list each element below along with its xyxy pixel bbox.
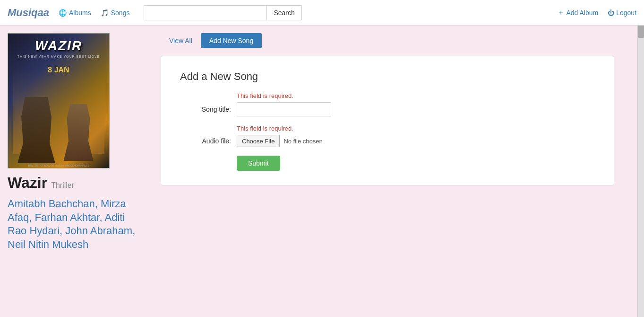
- left-panel: WAZIR THIS NEW YEAR MAKE YOUR BEST MOVE …: [0, 26, 151, 317]
- album-cast: Amitabh Bachchan, Mirza Afaq, Farhan Akh…: [8, 197, 144, 251]
- songs-link[interactable]: 🎵 Songs: [101, 9, 130, 17]
- search-input[interactable]: [144, 5, 266, 20]
- right-panel: View All Add New Song Add a New Song Thi…: [151, 26, 644, 317]
- audio-file-row: Audio file: Choose File No file chosen: [180, 135, 595, 147]
- error-indent-1: [180, 92, 237, 101]
- album-cover-subtitle: THIS NEW YEAR MAKE YOUR BEST MOVE: [8, 55, 109, 58]
- song-title-input[interactable]: [237, 102, 331, 116]
- search-button[interactable]: Search: [266, 5, 301, 20]
- choose-file-button[interactable]: Choose File: [237, 135, 280, 147]
- add-album-label: Add Album: [566, 9, 598, 17]
- album-cover-title: WAZIR: [8, 38, 109, 53]
- main-content: WAZIR THIS NEW YEAR MAKE YOUR BEST MOVE …: [0, 26, 644, 317]
- form-title: Add a New Song: [180, 70, 595, 83]
- add-song-form-card: Add a New Song This field is required. S…: [161, 56, 614, 185]
- tab-add-new-song[interactable]: Add New Song: [201, 33, 262, 48]
- song-title-error-row: This field is required.: [180, 92, 595, 101]
- album-genre: Thriller: [51, 181, 74, 190]
- album-title: Wazir: [8, 174, 47, 192]
- globe-icon: 🌐: [59, 9, 67, 17]
- audio-file-label: Audio file:: [180, 137, 237, 145]
- navbar-right: ＋ Add Album ⏻ Logout: [558, 9, 636, 17]
- music-icon: 🎵: [101, 9, 109, 17]
- song-title-row: Song title:: [180, 102, 595, 116]
- add-album-button[interactable]: ＋ Add Album: [558, 9, 598, 17]
- logout-button[interactable]: ⏻ Logout: [608, 9, 636, 17]
- tab-view-all[interactable]: View All: [161, 33, 201, 48]
- audio-file-error-row: This field is required.: [180, 125, 595, 134]
- power-icon: ⏻: [608, 9, 614, 17]
- songs-label: Songs: [111, 9, 130, 17]
- tabs-row: View All Add New Song: [161, 33, 635, 48]
- plus-icon: ＋: [558, 9, 564, 17]
- file-input-wrapper: Choose File No file chosen: [237, 135, 323, 147]
- search-area: Search: [144, 5, 301, 20]
- navbar: Musiqaa 🌐 Albums 🎵 Songs Search ＋ Add Al…: [0, 0, 644, 26]
- submit-button[interactable]: Submit: [237, 156, 280, 171]
- albums-link[interactable]: 🌐 Albums: [59, 9, 91, 17]
- albums-label: Albums: [69, 9, 91, 17]
- song-title-error: This field is required.: [237, 92, 293, 99]
- error-indent-2: [180, 125, 237, 134]
- album-cover-bottom-text: TRAILER OUT NOW ON YouTube VINODCHOPRAFI…: [8, 164, 109, 167]
- audio-file-error: This field is required.: [237, 125, 293, 132]
- song-title-label: Song title:: [180, 106, 237, 113]
- album-cover-image: WAZIR THIS NEW YEAR MAKE YOUR BEST MOVE …: [8, 33, 110, 168]
- logout-label: Logout: [616, 9, 636, 17]
- app-brand: Musiqaa: [8, 7, 49, 19]
- scrollbar[interactable]: [637, 0, 644, 317]
- no-file-text: No file chosen: [283, 138, 322, 145]
- album-title-row: Wazir Thriller: [8, 174, 144, 192]
